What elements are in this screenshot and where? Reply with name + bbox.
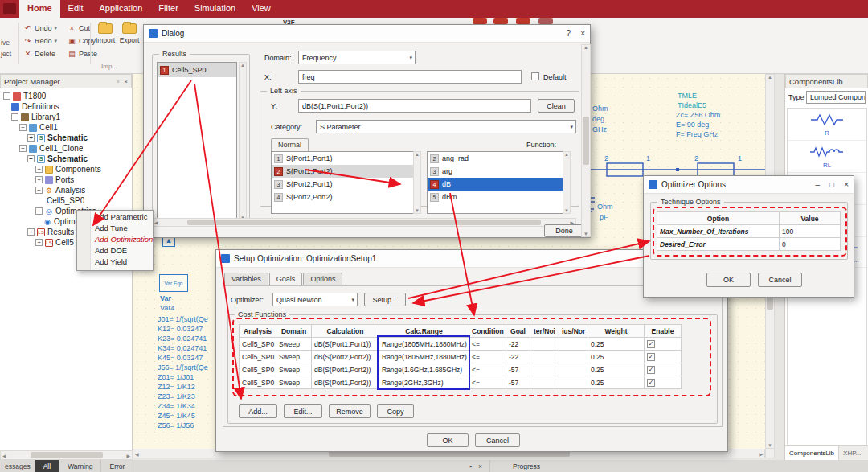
menu-application[interactable]: Application [92,0,151,18]
menu-item-add-yield[interactable]: Add Yield [77,256,153,267]
dialog-vertical-scrollbar[interactable]: ▲▼ [581,44,591,237]
tree-item-ports[interactable]: Ports [0,174,132,185]
paste-button[interactable]: ▤Paste [68,48,97,60]
menu-view[interactable]: View [244,0,279,18]
optimizer-combobox[interactable]: Quasi Newton▾ [272,293,358,306]
copy-button[interactable]: ▣Copy [68,35,96,47]
option-row[interactable]: Max_Number_Of_Iterations 100 [657,225,841,238]
component-item-rl[interactable]: RL [788,141,866,173]
import-button[interactable]: Import [94,21,117,60]
cell-goal[interactable]: -22 [506,338,530,351]
menu-item-add-tune[interactable]: Add Tune [77,222,153,233]
pin-icon[interactable]: ▪ [469,462,472,470]
scroll-down-icon[interactable]: ▼ [563,208,571,213]
delete-button[interactable]: ✕Delete [23,48,55,60]
cell-option-value[interactable]: 100 [780,225,841,238]
scroll-left-icon[interactable]: ◀ [133,451,141,457]
done-button[interactable]: Done [544,224,584,237]
toolbar-icon-partial[interactable] [493,18,508,24]
sparam-scrollbar[interactable]: ▲▼ [413,151,421,214]
edit-button[interactable]: Edit... [284,404,322,418]
cell-calculation[interactable]: dB(S(Port1,Port2)) [312,376,379,389]
tree-item-definitions[interactable]: Definitions [0,101,132,112]
function-item[interactable]: 3arg [428,165,569,178]
cell-domain[interactable]: Sweep [276,376,312,389]
collapse-icon[interactable] [11,113,18,121]
setup-button[interactable]: Setup... [364,293,406,306]
cell-analysis[interactable]: Cell5_SP0 [240,363,276,376]
ok-button[interactable]: OK [427,433,469,447]
collapse-icon[interactable] [3,92,10,100]
menu-edit[interactable]: Edit [60,0,92,18]
cell-calc-range[interactable]: Range(1805MHz,1880MHz) [379,351,469,363]
scroll-up-icon[interactable]: ▲ [563,152,571,157]
sparam-item[interactable]: 2S(Port1,Port2) [272,165,420,178]
scrollbar-thumb[interactable] [31,452,103,458]
category-combobox[interactable]: S Parameter▾ [316,120,576,133]
cost-function-row[interactable]: Cell5_SP0 Sweep dB(S(Port1,Port1)) Range… [240,338,682,351]
sparam-item[interactable]: 1S(Port1,Port1) [272,152,420,165]
menu-item-add-parametric[interactable]: Add Parametric [77,211,153,222]
remove-button[interactable]: Remove [329,404,371,418]
scrollbar-thumb[interactable] [187,220,541,225]
function-scrollbar[interactable]: ▲▼ [563,151,571,214]
cell-analysis[interactable]: Cell5_SP0 [240,376,276,389]
y-input[interactable]: dB(S(1,Port1,Port2)) [298,99,531,113]
expand-icon[interactable] [35,239,43,246]
undo-button[interactable]: ↶Undo▾ [23,23,57,34]
results-list-item[interactable]: 1Cell5_SP0 [158,63,236,77]
clean-button[interactable]: Clean [538,99,575,113]
cell-goal[interactable]: -57 [506,376,530,389]
expand-icon[interactable] [35,176,43,183]
collapse-icon[interactable] [35,207,43,215]
menu-filter[interactable]: Filter [150,0,186,18]
toolbar-icon-partial[interactable] [473,18,487,24]
scroll-up-icon[interactable]: ▲ [766,75,774,80]
cut-button[interactable]: ×Cut [68,23,90,34]
toolbar-partial-label[interactable]: ject [1,50,11,58]
close-icon[interactable]: × [580,29,585,38]
enable-checkbox[interactable]: ✓ [647,366,655,374]
scroll-down-icon[interactable]: ▼ [766,443,774,448]
menu-home[interactable]: Home [19,0,60,18]
scroll-right-icon[interactable]: ▶ [125,453,132,458]
tree-item-schematic[interactable]: Schematic [0,133,132,143]
cell-goal[interactable]: -22 [506,351,530,363]
messages-tab-all[interactable]: All [35,460,59,472]
tab-normal[interactable]: Normal [271,138,309,151]
cell-radius-norm[interactable] [559,376,588,389]
minimize-icon[interactable]: – [816,180,821,189]
option-row[interactable]: Desired_Error 0 [657,238,841,251]
function-item-selected[interactable]: 4dB [428,178,569,191]
component-type-combobox[interactable]: Lumped Compone▾ [806,91,866,104]
cell-weight[interactable]: 0.25 [588,363,645,376]
enable-checkbox[interactable]: ✓ [647,340,655,348]
ok-button[interactable]: OK [706,273,751,287]
cell-iter-noise[interactable] [530,338,559,351]
toolbar-icon-partial[interactable] [516,18,530,24]
redo-button[interactable]: ↷Redo▾ [23,35,57,47]
component-item-r[interactable]: R [788,109,866,141]
menu-item-add-optimization[interactable]: Add Optimization [77,233,153,244]
tree-item-t1800[interactable]: T1800 [0,91,132,101]
tab-variables[interactable]: Variables [224,273,268,285]
collapse-icon[interactable] [35,187,43,194]
cancel-button[interactable]: Cancel [475,433,520,447]
cell-domain[interactable]: Sweep [276,338,312,351]
cell-goal[interactable]: -57 [506,363,530,376]
pin-icon[interactable]: ▫ [117,78,119,85]
cell-iter-noise[interactable] [530,351,559,363]
close-icon[interactable]: × [844,180,849,189]
tree-item-analysis[interactable]: Analysis [0,185,132,195]
close-icon[interactable]: × [478,462,482,470]
cell-option-value[interactable]: 0 [780,238,841,251]
expand-icon[interactable] [35,166,43,173]
tree-item-schematic-clone[interactable]: Schematic [0,154,132,164]
scroll-left-icon[interactable]: ◀ [1,453,8,458]
cell-weight[interactable]: 0.25 [588,338,645,351]
cell-domain[interactable]: Sweep [276,363,312,376]
cell-calc-range[interactable]: Range(2GHz,3GHz) [379,376,469,389]
cell-condition[interactable]: <= [469,363,506,376]
tree-item-library1[interactable]: Library1 [0,112,132,122]
domain-combobox[interactable]: Frequency▾ [298,51,416,64]
